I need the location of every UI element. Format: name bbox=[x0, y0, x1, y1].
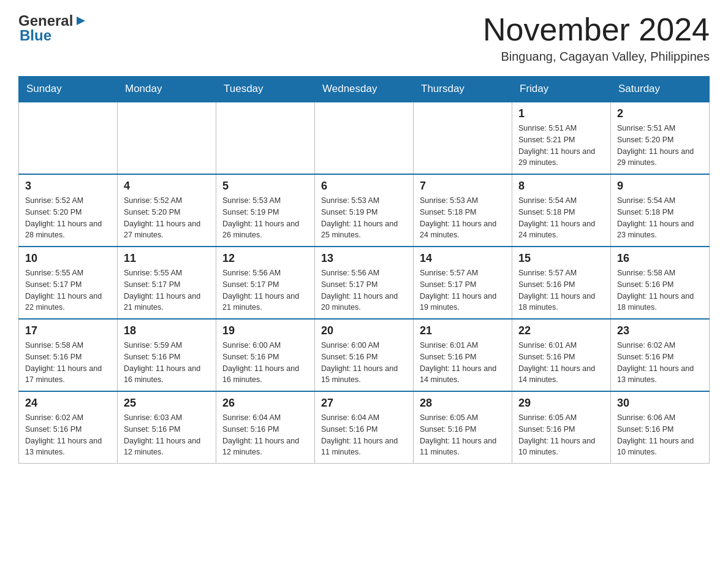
calendar-cell: 3Sunrise: 5:52 AM Sunset: 5:20 PM Daylig… bbox=[19, 174, 118, 247]
day-info: Sunrise: 6:06 AM Sunset: 5:16 PM Dayligh… bbox=[617, 412, 703, 458]
calendar-cell bbox=[315, 102, 414, 174]
weekday-header-sunday: Sunday bbox=[19, 77, 118, 102]
day-number: 24 bbox=[25, 397, 111, 410]
day-number: 25 bbox=[124, 397, 210, 410]
calendar-cell bbox=[414, 102, 512, 174]
location-title: Binguang, Cagayan Valley, Philippines bbox=[483, 50, 710, 64]
day-number: 18 bbox=[124, 324, 210, 337]
calendar-cell bbox=[19, 102, 118, 174]
day-info: Sunrise: 5:58 AM Sunset: 5:16 PM Dayligh… bbox=[617, 267, 703, 313]
week-row-1: 1Sunrise: 5:51 AM Sunset: 5:21 PM Daylig… bbox=[19, 102, 710, 174]
svg-marker-0 bbox=[77, 17, 85, 25]
week-row-5: 24Sunrise: 6:02 AM Sunset: 5:16 PM Dayli… bbox=[19, 391, 710, 464]
month-title: November 2024 bbox=[483, 12, 710, 47]
day-number: 26 bbox=[222, 397, 308, 410]
day-info: Sunrise: 5:54 AM Sunset: 5:18 PM Dayligh… bbox=[617, 195, 703, 241]
day-info: Sunrise: 6:02 AM Sunset: 5:16 PM Dayligh… bbox=[617, 340, 703, 386]
day-number: 19 bbox=[222, 324, 308, 337]
calendar-cell: 25Sunrise: 6:03 AM Sunset: 5:16 PM Dayli… bbox=[118, 391, 216, 464]
day-number: 23 bbox=[617, 324, 703, 337]
calendar-cell: 14Sunrise: 5:57 AM Sunset: 5:17 PM Dayli… bbox=[414, 247, 512, 319]
day-number: 27 bbox=[321, 397, 407, 410]
calendar-cell: 6Sunrise: 5:53 AM Sunset: 5:19 PM Daylig… bbox=[315, 174, 414, 247]
week-row-2: 3Sunrise: 5:52 AM Sunset: 5:20 PM Daylig… bbox=[19, 174, 710, 247]
calendar-cell: 13Sunrise: 5:56 AM Sunset: 5:17 PM Dayli… bbox=[315, 247, 414, 319]
calendar-cell: 29Sunrise: 6:05 AM Sunset: 5:16 PM Dayli… bbox=[512, 391, 611, 464]
day-info: Sunrise: 5:54 AM Sunset: 5:18 PM Dayligh… bbox=[518, 195, 604, 241]
calendar-cell: 16Sunrise: 5:58 AM Sunset: 5:16 PM Dayli… bbox=[611, 247, 710, 319]
day-number: 28 bbox=[420, 397, 506, 410]
calendar-cell: 21Sunrise: 6:01 AM Sunset: 5:16 PM Dayli… bbox=[414, 319, 512, 391]
day-number: 15 bbox=[518, 252, 604, 265]
day-info: Sunrise: 5:59 AM Sunset: 5:16 PM Dayligh… bbox=[124, 340, 210, 386]
calendar-cell: 28Sunrise: 6:05 AM Sunset: 5:16 PM Dayli… bbox=[414, 391, 512, 464]
day-info: Sunrise: 5:58 AM Sunset: 5:16 PM Dayligh… bbox=[25, 340, 111, 386]
title-area: November 2024 Binguang, Cagayan Valley, … bbox=[483, 12, 710, 64]
day-number: 13 bbox=[321, 252, 407, 265]
day-info: Sunrise: 5:56 AM Sunset: 5:17 PM Dayligh… bbox=[222, 267, 308, 313]
day-number: 16 bbox=[617, 252, 703, 265]
day-info: Sunrise: 5:53 AM Sunset: 5:18 PM Dayligh… bbox=[420, 195, 506, 241]
day-info: Sunrise: 6:03 AM Sunset: 5:16 PM Dayligh… bbox=[124, 412, 210, 458]
calendar-cell: 22Sunrise: 6:01 AM Sunset: 5:16 PM Dayli… bbox=[512, 319, 611, 391]
logo-arrow-icon bbox=[74, 14, 88, 28]
calendar-cell: 2Sunrise: 5:51 AM Sunset: 5:20 PM Daylig… bbox=[611, 102, 710, 174]
day-number: 5 bbox=[222, 180, 308, 193]
week-row-3: 10Sunrise: 5:55 AM Sunset: 5:17 PM Dayli… bbox=[19, 247, 710, 319]
day-number: 14 bbox=[420, 252, 506, 265]
calendar-cell: 30Sunrise: 6:06 AM Sunset: 5:16 PM Dayli… bbox=[611, 391, 710, 464]
day-info: Sunrise: 5:55 AM Sunset: 5:17 PM Dayligh… bbox=[124, 267, 210, 313]
calendar-cell: 17Sunrise: 5:58 AM Sunset: 5:16 PM Dayli… bbox=[19, 319, 118, 391]
day-number: 10 bbox=[25, 252, 111, 265]
day-number: 2 bbox=[617, 107, 703, 120]
day-info: Sunrise: 5:56 AM Sunset: 5:17 PM Dayligh… bbox=[321, 267, 407, 313]
calendar-cell: 8Sunrise: 5:54 AM Sunset: 5:18 PM Daylig… bbox=[512, 174, 611, 247]
page-header: General Blue November 2024 Binguang, Cag… bbox=[18, 12, 710, 64]
weekday-header-saturday: Saturday bbox=[611, 77, 710, 102]
calendar-cell bbox=[216, 102, 315, 174]
week-row-4: 17Sunrise: 5:58 AM Sunset: 5:16 PM Dayli… bbox=[19, 319, 710, 391]
calendar-cell: 26Sunrise: 6:04 AM Sunset: 5:16 PM Dayli… bbox=[216, 391, 315, 464]
day-info: Sunrise: 6:00 AM Sunset: 5:16 PM Dayligh… bbox=[222, 340, 308, 386]
calendar-cell: 20Sunrise: 6:00 AM Sunset: 5:16 PM Dayli… bbox=[315, 319, 414, 391]
day-number: 4 bbox=[124, 180, 210, 193]
day-number: 11 bbox=[124, 252, 210, 265]
day-info: Sunrise: 5:53 AM Sunset: 5:19 PM Dayligh… bbox=[222, 195, 308, 241]
day-number: 21 bbox=[420, 324, 506, 337]
calendar-cell: 24Sunrise: 6:02 AM Sunset: 5:16 PM Dayli… bbox=[19, 391, 118, 464]
day-info: Sunrise: 5:51 AM Sunset: 5:21 PM Dayligh… bbox=[518, 123, 604, 169]
day-number: 6 bbox=[321, 180, 407, 193]
day-info: Sunrise: 5:57 AM Sunset: 5:16 PM Dayligh… bbox=[518, 267, 604, 313]
day-number: 3 bbox=[25, 180, 111, 193]
day-info: Sunrise: 5:51 AM Sunset: 5:20 PM Dayligh… bbox=[617, 123, 703, 169]
day-info: Sunrise: 6:05 AM Sunset: 5:16 PM Dayligh… bbox=[518, 412, 604, 458]
day-info: Sunrise: 5:52 AM Sunset: 5:20 PM Dayligh… bbox=[25, 195, 111, 241]
day-info: Sunrise: 5:53 AM Sunset: 5:19 PM Dayligh… bbox=[321, 195, 407, 241]
day-number: 12 bbox=[222, 252, 308, 265]
calendar-cell: 10Sunrise: 5:55 AM Sunset: 5:17 PM Dayli… bbox=[19, 247, 118, 319]
day-number: 30 bbox=[617, 397, 703, 410]
calendar-cell: 18Sunrise: 5:59 AM Sunset: 5:16 PM Dayli… bbox=[118, 319, 216, 391]
calendar-cell: 12Sunrise: 5:56 AM Sunset: 5:17 PM Dayli… bbox=[216, 247, 315, 319]
calendar-cell: 4Sunrise: 5:52 AM Sunset: 5:20 PM Daylig… bbox=[118, 174, 216, 247]
calendar-cell: 5Sunrise: 5:53 AM Sunset: 5:19 PM Daylig… bbox=[216, 174, 315, 247]
day-number: 1 bbox=[518, 107, 604, 120]
weekday-header-friday: Friday bbox=[512, 77, 611, 102]
weekday-header-monday: Monday bbox=[118, 77, 216, 102]
calendar-cell: 7Sunrise: 5:53 AM Sunset: 5:18 PM Daylig… bbox=[414, 174, 512, 247]
weekday-header-row: SundayMondayTuesdayWednesdayThursdayFrid… bbox=[19, 77, 710, 102]
day-info: Sunrise: 5:52 AM Sunset: 5:20 PM Dayligh… bbox=[124, 195, 210, 241]
calendar-cell: 11Sunrise: 5:55 AM Sunset: 5:17 PM Dayli… bbox=[118, 247, 216, 319]
day-number: 17 bbox=[25, 324, 111, 337]
day-info: Sunrise: 6:05 AM Sunset: 5:16 PM Dayligh… bbox=[420, 412, 506, 458]
weekday-header-thursday: Thursday bbox=[414, 77, 512, 102]
calendar-cell: 9Sunrise: 5:54 AM Sunset: 5:18 PM Daylig… bbox=[611, 174, 710, 247]
day-number: 8 bbox=[518, 180, 604, 193]
weekday-header-tuesday: Tuesday bbox=[216, 77, 315, 102]
weekday-header-wednesday: Wednesday bbox=[315, 77, 414, 102]
day-info: Sunrise: 6:04 AM Sunset: 5:16 PM Dayligh… bbox=[321, 412, 407, 458]
calendar-cell: 27Sunrise: 6:04 AM Sunset: 5:16 PM Dayli… bbox=[315, 391, 414, 464]
day-number: 29 bbox=[518, 397, 604, 410]
calendar-cell: 15Sunrise: 5:57 AM Sunset: 5:16 PM Dayli… bbox=[512, 247, 611, 319]
day-info: Sunrise: 6:01 AM Sunset: 5:16 PM Dayligh… bbox=[420, 340, 506, 386]
